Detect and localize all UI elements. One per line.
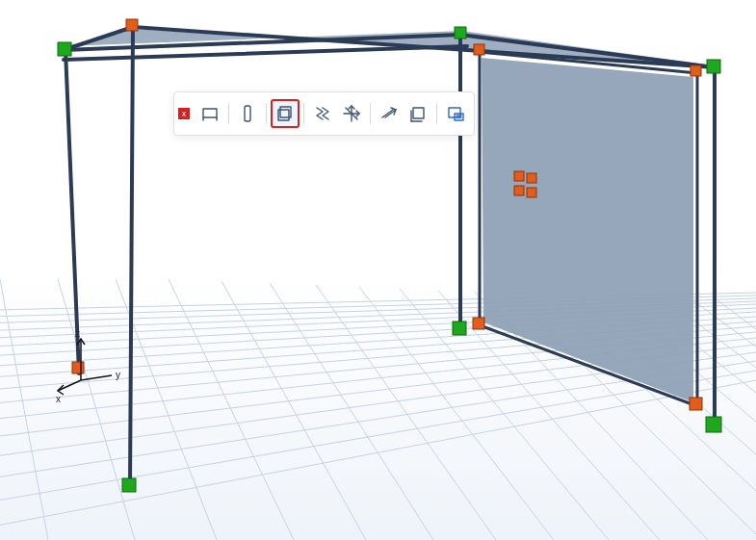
add-load-button[interactable] [308, 99, 337, 128]
svg-rect-71 [245, 106, 250, 121]
add-panel-button[interactable] [404, 99, 432, 128]
svg-rect-54 [122, 478, 136, 492]
svg-rect-59 [473, 318, 484, 329]
svg-line-23 [316, 285, 496, 540]
svg-line-34 [691, 299, 756, 347]
svg-rect-68 [203, 109, 217, 117]
toolbar-separator [436, 103, 437, 124]
svg-line-20 [169, 279, 294, 540]
svg-rect-60 [690, 398, 702, 410]
svg-rect-52 [453, 321, 466, 335]
svg-rect-61 [514, 171, 524, 181]
svg-line-1 [0, 371, 756, 508]
svg-rect-51 [707, 60, 720, 73]
toolbar-close-button[interactable]: x [178, 108, 190, 119]
svg-rect-58 [691, 65, 701, 76]
svg-line-18 [58, 279, 135, 540]
svg-line-41 [65, 50, 79, 373]
toolbar-separator [266, 103, 267, 124]
svg-line-0 [0, 380, 756, 534]
toolbar-separator [370, 103, 371, 124]
add-column-button[interactable] [233, 99, 262, 128]
structure [58, 19, 721, 492]
toolbar-separator [228, 103, 229, 124]
add-single-member-button[interactable] [196, 99, 224, 128]
svg-rect-53 [706, 417, 721, 432]
svg-rect-50 [455, 27, 466, 39]
toolbar-separator [303, 103, 304, 124]
svg-rect-55 [126, 19, 138, 31]
svg-rect-56 [72, 362, 84, 373]
svg-rect-57 [474, 44, 484, 55]
3d-viewport[interactable]: z x y x [0, 0, 756, 540]
svg-rect-49 [58, 42, 71, 56]
modeling-toolbar[interactable]: x [173, 91, 475, 136]
svg-rect-62 [527, 173, 536, 183]
add-support-button[interactable] [337, 99, 366, 128]
wall-panel [482, 58, 693, 402]
svg-rect-64 [527, 188, 536, 197]
svg-rect-63 [514, 186, 524, 195]
wind-direction-button[interactable] [375, 99, 404, 128]
scene-svg [0, 0, 756, 540]
svg-line-17 [0, 279, 48, 540]
svg-line-42 [130, 27, 133, 486]
svg-rect-77 [413, 108, 424, 118]
add-opening-button[interactable] [271, 99, 300, 128]
toolbar-options-button[interactable] [441, 99, 470, 128]
